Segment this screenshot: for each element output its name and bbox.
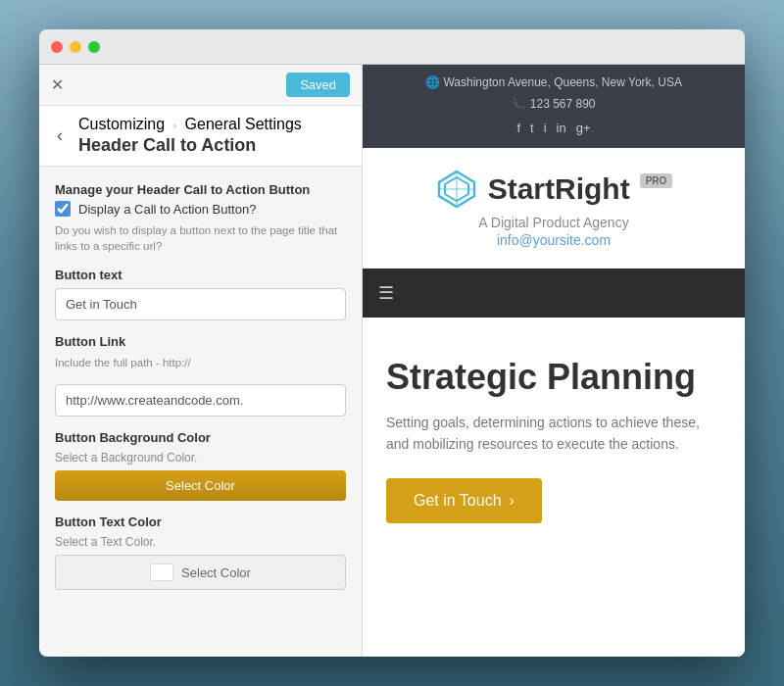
site-email: info@yoursite.com: [378, 232, 729, 248]
phone-text: 123 567 890: [530, 97, 596, 111]
logo-row: StartRight PRO: [378, 168, 729, 211]
linkedin-icon: in: [557, 117, 566, 139]
breadcrumb-section: General Settings: [185, 116, 302, 132]
site-phone: 📞 123 567 890: [378, 94, 729, 116]
button-link-input[interactable]: [55, 384, 346, 416]
dot-red[interactable]: [51, 41, 63, 53]
site-topbar: 🌐 Washington Avenue, Queens, New York, U…: [363, 65, 745, 148]
facebook-icon: f: [516, 117, 520, 139]
saved-button[interactable]: Saved: [286, 73, 350, 97]
top-action-bar: ✕ Saved: [39, 65, 362, 106]
dot-green[interactable]: [88, 41, 100, 53]
button-link-label: Button Link: [55, 334, 346, 349]
button-link-hint: Include the full path - http://: [55, 355, 346, 370]
bg-color-section: Button Background Color Select a Backgro…: [55, 430, 346, 501]
site-hero: Strategic Planning Setting goals, determ…: [363, 318, 745, 657]
hero-desc: Setting goals, determining actions to ac…: [386, 412, 721, 456]
bg-color-hint: Select a Background Color.: [55, 451, 346, 465]
site-address: 🌐 Washington Avenue, Queens, New York, U…: [378, 73, 729, 94]
site-logo-area: StartRight PRO A Digital Product Agency …: [363, 148, 745, 269]
button-text-label: Button text: [55, 268, 346, 282]
dot-yellow[interactable]: [70, 41, 81, 53]
bg-color-button[interactable]: Select Color: [55, 470, 346, 501]
close-button[interactable]: ✕: [51, 75, 64, 94]
left-panel: ✕ Saved ‹ Customizing › General Settings…: [39, 65, 363, 657]
social-icons-row: f t i in g+: [378, 117, 729, 139]
address-text: Washington Avenue, Queens, New York, USA: [443, 75, 681, 89]
bg-color-label: Button Background Color: [55, 430, 346, 445]
text-color-section: Button Text Color Select a Text Color. S…: [55, 514, 346, 590]
panel-title: Header Call to Action: [78, 135, 302, 156]
titlebar: [39, 29, 745, 65]
site-nav: ☰: [363, 269, 745, 318]
back-button[interactable]: ‹: [51, 123, 69, 148]
hamburger-icon: ☰: [378, 282, 394, 304]
window-frame: ✕ Saved ‹ Customizing › General Settings…: [39, 29, 745, 657]
phone-icon: 📞: [512, 97, 526, 111]
checkbox-label: Display a Call to Action Button?: [78, 202, 256, 217]
pro-badge: PRO: [640, 173, 673, 188]
breadcrumb-parent: Customizing: [78, 116, 165, 132]
site-tagline: A Digital Product Agency: [378, 215, 729, 230]
logo-icon: [435, 168, 478, 211]
hero-cta-button[interactable]: Get in Touch ›: [386, 478, 542, 523]
googleplus-icon: g+: [576, 117, 591, 139]
twitter-icon: t: [530, 117, 534, 139]
hero-cta-arrow: ›: [510, 492, 514, 510]
display-cta-checkbox[interactable]: [55, 201, 71, 217]
checkbox-desc: Do you wish to display a button next to …: [55, 222, 346, 254]
instagram-icon: i: [544, 117, 547, 139]
panel-content: Manage your Header Call to Action Button…: [39, 167, 362, 657]
logo-text: StartRight: [488, 172, 630, 206]
breadcrumb: Customizing › General Settings: [78, 116, 302, 133]
breadcrumb-arrow: ›: [172, 120, 176, 131]
panel-header: ‹ Customizing › General Settings Header …: [39, 106, 362, 167]
checkbox-row: Display a Call to Action Button?: [55, 201, 346, 217]
text-color-hint: Select a Text Color.: [55, 535, 346, 549]
hero-cta-label: Get in Touch: [414, 492, 502, 510]
hero-title: Strategic Planning: [386, 357, 721, 398]
address-icon: 🌐: [425, 75, 440, 89]
text-color-label: Button Text Color: [55, 514, 346, 529]
button-text-input[interactable]: [55, 288, 346, 320]
manage-heading: Manage your Header Call to Action Button: [55, 182, 346, 197]
content-area: ✕ Saved ‹ Customizing › General Settings…: [39, 65, 745, 657]
white-swatch: [150, 564, 173, 581]
text-color-btn-label: Select Color: [181, 565, 251, 580]
text-color-button[interactable]: Select Color: [55, 555, 346, 590]
breadcrumb-area: Customizing › General Settings Header Ca…: [78, 116, 302, 156]
right-panel: 🌐 Washington Avenue, Queens, New York, U…: [363, 65, 745, 657]
